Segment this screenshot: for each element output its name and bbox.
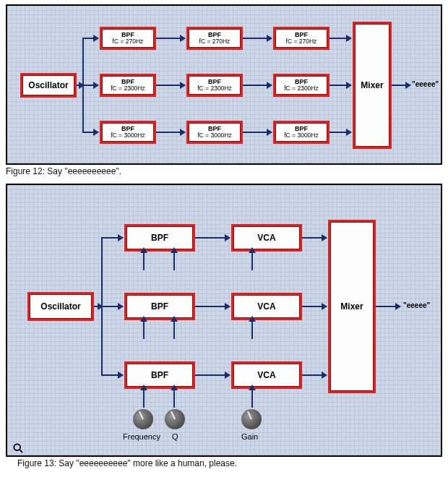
- bpf-r3-c1: BPF fC = 3000Hz: [100, 121, 156, 144]
- figure-12-caption: Figure 12: Say "eeeeeeeeee".: [6, 166, 442, 176]
- vca-r1: VCA: [231, 224, 302, 252]
- arrow-r2-c1-c2: [156, 85, 185, 86]
- q-knob[interactable]: [165, 409, 185, 429]
- frequency-knob-label: Frequency: [123, 432, 160, 441]
- oscillator-block-13: Oscillator: [27, 292, 94, 321]
- bpf-sub: fC = 2300Hz: [284, 85, 319, 92]
- output-label-13: "eeeee": [403, 301, 430, 309]
- ctrl-bpf-r3-q: [173, 390, 175, 408]
- bpf-sub: fC = 270Hz: [113, 38, 144, 45]
- ctrl-vca-r3-gain: [251, 390, 253, 408]
- arrow-r3-bpf-vca: [195, 374, 230, 376]
- bpf-sub: fC = 2300Hz: [111, 85, 145, 92]
- arrow-r1-bpf-vca: [195, 237, 230, 239]
- bpf-sub: fC = 270Hz: [199, 38, 231, 45]
- ctrl-bpf-r3-freq: [143, 390, 145, 408]
- arrow-r2-c2-c3: [243, 85, 272, 86]
- bpf-r3-c3: BPF fC = 3000Hz: [273, 121, 329, 144]
- frequency-knob[interactable]: [133, 409, 153, 429]
- figure-12-panel: Oscillator BPF fC = 270Hz BPF fC = 270Hz…: [6, 4, 442, 165]
- bpf-r1-c2: BPF fC = 270Hz: [186, 27, 243, 50]
- ctrl-bpf-r1-q: [173, 253, 175, 270]
- bpf-r2: BPF: [124, 293, 195, 320]
- svg-line-1: [20, 450, 22, 452]
- vca-r2: VCA: [231, 293, 302, 320]
- arrow-r1-c2-c3: [243, 38, 272, 39]
- arrow-r1-vca-mixer: [302, 237, 327, 239]
- arrow-r3-c1-c2: [156, 132, 185, 133]
- arrow-r2-mixer: [329, 85, 351, 86]
- figure-13-caption: Figure 13: Say "eeeeeeeeee" more like a …: [17, 458, 442, 468]
- q-knob-label: Q: [172, 432, 178, 441]
- mixer-block-12: Mixer: [353, 22, 392, 149]
- ctrl-bpf-r2-freq: [143, 322, 145, 339]
- arrow-r2-vca-mixer: [302, 306, 327, 307]
- arrow-r3-mixer: [329, 132, 351, 133]
- arrow-split-r1-13: [101, 237, 123, 239]
- bpf-r1-c3: BPF fC = 270Hz: [273, 27, 329, 50]
- zoom-icon[interactable]: [13, 443, 23, 453]
- gain-knob-label: Gain: [241, 432, 258, 441]
- arrow-r2-bpf-vca: [195, 306, 230, 307]
- bpf-r2-c2: BPF fC = 2300Hz: [186, 74, 243, 97]
- gain-knob[interactable]: [241, 409, 262, 429]
- arrow-r3-c2-c3: [243, 132, 272, 133]
- bpf-r1-c1: BPF fC = 270Hz: [100, 27, 156, 50]
- bpf-r1: BPF: [124, 224, 195, 252]
- oscillator-block: Oscillator: [20, 73, 77, 98]
- bpf-r2-c3: BPF fC = 2300Hz: [273, 74, 329, 97]
- ctrl-bpf-r2-q: [173, 322, 175, 339]
- mixer-block-13: Mixer: [328, 220, 376, 393]
- bpf-r3: BPF: [124, 361, 195, 389]
- arrow-mixer-out-12: [392, 85, 410, 86]
- bpf-sub: fC = 270Hz: [286, 38, 317, 45]
- arrow-split-r2: [82, 85, 98, 86]
- bpf-r2-c1: BPF fC = 2300Hz: [100, 74, 156, 97]
- arrow-split-r1: [82, 38, 98, 39]
- output-label-12: "eeeee": [412, 80, 439, 88]
- bpf-sub: fC = 3000Hz: [111, 132, 145, 139]
- figure-13-panel: Oscillator BPF VCA BPF VCA BPF VCA Mixer…: [6, 184, 442, 457]
- arrow-r3-vca-mixer: [302, 374, 327, 376]
- ctrl-vca-r2-gain: [251, 322, 253, 339]
- arrow-r1-c1-c2: [156, 38, 185, 39]
- bpf-r3-c2: BPF fC = 3000Hz: [186, 121, 243, 144]
- bpf-sub: fC = 2300Hz: [197, 85, 232, 92]
- vca-r3: VCA: [231, 361, 302, 389]
- arrow-split-r3-13: [101, 374, 123, 376]
- arrow-mixer-out-13: [376, 306, 400, 307]
- ctrl-bpf-r1-freq: [143, 253, 145, 270]
- arrow-split-r3: [82, 132, 98, 133]
- arrow-r1-mixer: [329, 38, 351, 39]
- ctrl-vca-r1-gain: [251, 253, 253, 270]
- bpf-sub: fC = 3000Hz: [284, 132, 319, 139]
- arrow-split-r2-13: [101, 306, 123, 307]
- bpf-sub: fC = 3000Hz: [197, 132, 232, 139]
